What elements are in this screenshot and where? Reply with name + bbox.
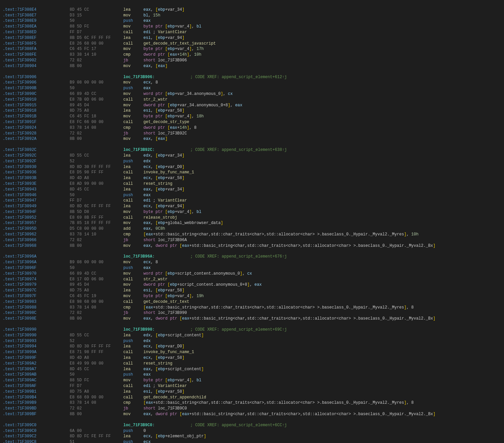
mnemonic: cmp [123, 52, 143, 58]
mnemonic: call [123, 299, 143, 305]
operands: eax, [eax] [143, 63, 168, 69]
mnemonic: cmp [123, 232, 143, 237]
mnemonic: push [123, 428, 143, 434]
disasm-line: .text:71F3099AE8 71 98 FF FFcallinvoke_b… [3, 349, 501, 355]
loc-label: loc_71F3B990: [123, 327, 190, 333]
disasm-line: .text:71F308F5E8 26 68 00 00callget_deco… [3, 41, 501, 47]
disasm-line: .text:71F3097FC6 45 FC 19movbyte ptr [eb… [3, 293, 501, 299]
addr: .text:71F309BF [3, 411, 70, 417]
operands: eax [143, 86, 151, 91]
disasm-line: .text:71F3096AB9 08 00 00 00movecx, 8 [3, 260, 501, 265]
disasm-label-line: .text:71F3096Aloc_71F3B96A:; CODE XREF: … [3, 254, 501, 260]
addr: .text:71F3092F [3, 159, 70, 164]
mnemonic: call [123, 30, 143, 35]
operands: dword ptr [eax+14h], 8 [143, 125, 196, 131]
mnemonic: lea [123, 7, 143, 13]
disasm-line: .text:71F30910E8 7B 0D 06 00callstr_2_ws… [3, 97, 501, 103]
operands: edi ; VariantClear [143, 383, 187, 389]
operands: short loc_71F3B906 [143, 58, 187, 63]
bytes: 8D 4D A8 [70, 175, 123, 181]
bytes: 83 38 14 10 [70, 52, 123, 58]
addr: .text:71F30936 [3, 170, 70, 175]
addr: .text:71F3099A [3, 349, 70, 355]
mnemonic: call [123, 361, 143, 367]
disasm-line: .text:71F3098C72 02jbshort loc_71F3B990 [3, 310, 501, 316]
addr: .text:71F30947 [3, 198, 70, 204]
disasm-line: .text:71F309498D 8D 6C FF FF FFleaecx, [… [3, 204, 501, 209]
operands: word ptr [ebp+var_34.anonymous_0], cx [143, 91, 233, 97]
disasm-line: .text:71F309AB50pusheax [3, 372, 501, 378]
operands: get_decode_str_text_javascript [143, 41, 216, 47]
operands: edx, [ebp+var_34] [143, 153, 184, 159]
addr: .text:71F30946 [3, 192, 70, 198]
addr: .text:71F30930 [3, 164, 70, 170]
bytes: 50 [70, 265, 123, 271]
disasm-line: .text:71F309BF8B 00moveax, dword ptr [ea… [3, 411, 501, 417]
addr: .text:71F30957 [3, 220, 70, 226]
mnemonic: mov [123, 13, 143, 18]
disasm-line: .text:71F308EF8B D5 6C FF FF FFleaesi, [… [3, 35, 501, 41]
bytes: 50 [70, 18, 123, 24]
bytes: 8B D5 6C FF FF FF [70, 35, 123, 41]
addr: .text:71F309C0 [3, 428, 70, 434]
bytes: E8 69 8B FF FF [70, 215, 123, 221]
disasm-line: .text:71F309688B 00moveax, dword ptr [ea… [3, 243, 501, 249]
operands: eax, [ebp+script_content] [143, 367, 204, 372]
bytes: 7B 85 18 FF FF FF [70, 220, 123, 226]
mnemonic: mov [123, 282, 143, 288]
operands: short loc_71F3B990 [143, 310, 187, 316]
disasm-line: .text:71F309AC88 5D FCmovbyte ptr [ebp+v… [3, 378, 501, 383]
bytes: 66 89 4D CC [70, 91, 123, 97]
operands: eax [143, 192, 151, 198]
mnemonic: push [123, 18, 143, 24]
bytes: E8 7B 0D 06 00 [70, 97, 123, 103]
mnemonic: lea [123, 35, 143, 41]
disasm-line [3, 322, 501, 327]
addr: .text:71F30966 [3, 237, 70, 243]
operands: str_2_wstr [143, 277, 168, 282]
bytes: 6A 00 [70, 428, 123, 434]
bytes: 8D 75 A8 [70, 288, 123, 293]
bytes: E8 98 68 00 00 [70, 299, 123, 305]
mnemonic: call [123, 383, 143, 389]
disasm-line: .text:71F3096283 78 14 10cmp[eax+std::ba… [3, 232, 501, 237]
addr: .text:71F309C2 [3, 434, 70, 439]
bytes: 8D 75 A8 [70, 389, 123, 395]
disasm-line: .text:71F3098883 78 14 08cmp[eax+std::ba… [3, 305, 501, 311]
bytes: C6 45 FC 19 [70, 293, 123, 299]
addr: .text:71F30994 [3, 344, 70, 349]
mnemonic: jb [123, 406, 143, 411]
disasm-line: .text:71F309BD72 02jbshort loc_71F3B9C0 [3, 406, 501, 411]
addr: .text:71F309C0 [3, 423, 70, 428]
addr: .text:71F309B1 [3, 389, 70, 395]
bytes: 72 02 [70, 237, 123, 243]
mnemonic: cmp [123, 305, 143, 311]
operands: dword ptr [eax+14h], 10h [143, 52, 201, 58]
disasm-line [3, 417, 501, 423]
bytes: FF D7 [70, 198, 123, 204]
disasm-line: .text:71F308EA88 5D FCmovbyte ptr [ebp+v… [3, 24, 501, 30]
disasm-line: .text:71F309188D 75 A8leaesi, [ebp+var_5… [3, 108, 501, 114]
disasm-line: .text:71F3092A8B 00moveax, [eax] [3, 136, 501, 142]
operands: edx, [ebp+script_content] [143, 333, 204, 338]
operands: esi, [ebp+var_94] [143, 35, 184, 41]
mnemonic: mov [123, 80, 143, 86]
bytes: FF D7 [70, 383, 123, 389]
disasm-line: .text:71F3090B50pusheax [3, 86, 501, 91]
addr: .text:71F3094F [3, 209, 70, 215]
operands: word ptr [ebp+script_content.anonymous_0… [143, 271, 252, 277]
bytes: 83 78 14 08 [70, 305, 123, 311]
addr: .text:71F309C8 [3, 439, 70, 443]
disasm-line: .text:71F308FE83 38 14 10cmpdword ptr [e… [3, 52, 501, 58]
bytes: 83 78 14 08 [70, 400, 123, 406]
bytes: 8B 00 [70, 243, 123, 249]
disasm-line: .text:71F309C06A 00push0 [3, 428, 501, 434]
bytes: 51 [70, 439, 123, 443]
mnemonic: lea [123, 434, 143, 439]
xref-comment: ; CODE XREF: append_script_element+6CC↑j [190, 423, 287, 428]
disasm-line [3, 69, 501, 74]
addr: .text:71F308EF [3, 35, 70, 41]
addr: .text:71F3096A [3, 260, 70, 265]
addr: .text:71F3098C [3, 310, 70, 316]
mnemonic: call [123, 41, 143, 47]
